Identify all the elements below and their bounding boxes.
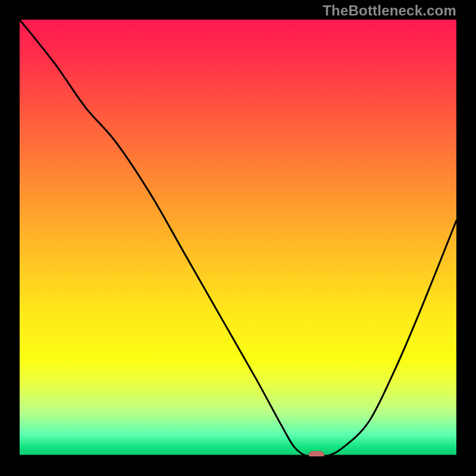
watermark-text: TheBottleneck.com <box>322 2 456 19</box>
optimal-point-marker <box>309 451 324 456</box>
plot-area <box>20 20 456 456</box>
bottleneck-curve <box>20 20 456 456</box>
chart-frame: TheBottleneck.com <box>0 0 476 476</box>
